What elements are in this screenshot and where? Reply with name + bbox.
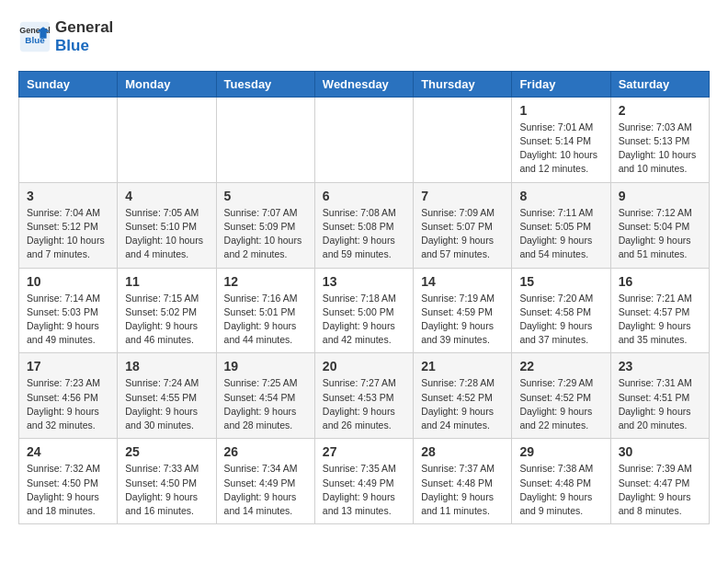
calendar-cell: 21Sunrise: 7:28 AM Sunset: 4:52 PM Dayli… <box>414 353 512 439</box>
day-info: Sunrise: 7:33 AM Sunset: 4:50 PM Dayligh… <box>125 462 208 518</box>
calendar-cell: 6Sunrise: 7:08 AM Sunset: 5:08 PM Daylig… <box>314 182 413 268</box>
calendar-cell: 5Sunrise: 7:07 AM Sunset: 5:09 PM Daylig… <box>216 182 314 268</box>
calendar-cell: 11Sunrise: 7:15 AM Sunset: 5:02 PM Dayli… <box>118 268 216 353</box>
logo-blue: Blue <box>55 37 113 55</box>
calendar-cell: 4Sunrise: 7:05 AM Sunset: 5:10 PM Daylig… <box>118 182 216 268</box>
calendar-cell: 10Sunrise: 7:14 AM Sunset: 5:03 PM Dayli… <box>19 268 118 353</box>
day-info: Sunrise: 7:16 AM Sunset: 5:01 PM Dayligh… <box>224 292 307 348</box>
day-number: 10 <box>27 274 109 289</box>
day-number: 9 <box>619 189 701 203</box>
day-info: Sunrise: 7:23 AM Sunset: 4:56 PM Dayligh… <box>27 376 109 432</box>
day-number: 8 <box>519 189 602 203</box>
day-info: Sunrise: 7:07 AM Sunset: 5:09 PM Dayligh… <box>224 206 307 262</box>
day-info: Sunrise: 7:39 AM Sunset: 4:47 PM Dayligh… <box>619 462 701 518</box>
calendar-cell: 13Sunrise: 7:18 AM Sunset: 5:00 PM Dayli… <box>314 268 413 353</box>
day-number: 29 <box>519 444 602 459</box>
day-number: 24 <box>27 444 109 459</box>
day-number: 30 <box>619 444 701 459</box>
day-info: Sunrise: 7:31 AM Sunset: 4:51 PM Dayligh… <box>619 376 701 432</box>
day-info: Sunrise: 7:18 AM Sunset: 5:00 PM Dayligh… <box>323 292 405 348</box>
day-number: 26 <box>224 444 307 459</box>
day-info: Sunrise: 7:04 AM Sunset: 5:12 PM Dayligh… <box>27 206 109 262</box>
day-number: 14 <box>421 274 504 289</box>
calendar-cell: 16Sunrise: 7:21 AM Sunset: 4:57 PM Dayli… <box>610 268 709 353</box>
calendar-week-5: 24Sunrise: 7:32 AM Sunset: 4:50 PM Dayli… <box>19 439 710 524</box>
calendar-cell: 19Sunrise: 7:25 AM Sunset: 4:54 PM Dayli… <box>216 353 314 439</box>
calendar-cell: 29Sunrise: 7:38 AM Sunset: 4:48 PM Dayli… <box>512 439 610 524</box>
day-number: 15 <box>519 274 602 289</box>
weekday-wednesday: Wednesday <box>314 71 413 97</box>
calendar-cell: 8Sunrise: 7:11 AM Sunset: 5:05 PM Daylig… <box>512 182 610 268</box>
day-number: 22 <box>519 359 602 373</box>
calendar-week-1: 1Sunrise: 7:01 AM Sunset: 5:14 PM Daylig… <box>19 97 710 182</box>
page-header: General Blue General Blue <box>18 18 710 56</box>
day-number: 20 <box>323 359 405 373</box>
weekday-thursday: Thursday <box>414 71 512 97</box>
calendar-cell: 25Sunrise: 7:33 AM Sunset: 4:50 PM Dayli… <box>118 439 216 524</box>
calendar-cell: 14Sunrise: 7:19 AM Sunset: 4:59 PM Dayli… <box>414 268 512 353</box>
calendar-cell: 7Sunrise: 7:09 AM Sunset: 5:07 PM Daylig… <box>414 182 512 268</box>
calendar-cell: 12Sunrise: 7:16 AM Sunset: 5:01 PM Dayli… <box>216 268 314 353</box>
day-info: Sunrise: 7:37 AM Sunset: 4:48 PM Dayligh… <box>421 462 504 518</box>
weekday-header-row: SundayMondayTuesdayWednesdayThursdayFrid… <box>19 71 710 97</box>
calendar-cell <box>216 97 314 182</box>
calendar-header: SundayMondayTuesdayWednesdayThursdayFrid… <box>19 71 710 97</box>
day-number: 19 <box>224 359 307 373</box>
calendar-table: SundayMondayTuesdayWednesdayThursdayFrid… <box>18 71 710 524</box>
day-number: 16 <box>619 274 701 289</box>
day-info: Sunrise: 7:09 AM Sunset: 5:07 PM Dayligh… <box>421 206 504 262</box>
day-number: 18 <box>125 359 208 373</box>
day-info: Sunrise: 7:29 AM Sunset: 4:52 PM Dayligh… <box>519 376 602 432</box>
calendar-cell: 22Sunrise: 7:29 AM Sunset: 4:52 PM Dayli… <box>512 353 610 439</box>
day-number: 13 <box>323 274 405 289</box>
calendar-cell <box>19 97 118 182</box>
calendar-cell <box>314 97 413 182</box>
day-number: 2 <box>619 103 701 118</box>
day-info: Sunrise: 7:35 AM Sunset: 4:49 PM Dayligh… <box>323 462 405 518</box>
day-info: Sunrise: 7:25 AM Sunset: 4:54 PM Dayligh… <box>224 376 307 432</box>
day-info: Sunrise: 7:27 AM Sunset: 4:53 PM Dayligh… <box>323 376 405 432</box>
calendar-week-4: 17Sunrise: 7:23 AM Sunset: 4:56 PM Dayli… <box>19 353 710 439</box>
day-info: Sunrise: 7:01 AM Sunset: 5:14 PM Dayligh… <box>519 121 602 177</box>
day-number: 25 <box>125 444 208 459</box>
day-info: Sunrise: 7:34 AM Sunset: 4:49 PM Dayligh… <box>224 462 307 518</box>
calendar-cell: 24Sunrise: 7:32 AM Sunset: 4:50 PM Dayli… <box>19 439 118 524</box>
calendar-cell: 30Sunrise: 7:39 AM Sunset: 4:47 PM Dayli… <box>610 439 709 524</box>
calendar-cell: 15Sunrise: 7:20 AM Sunset: 4:58 PM Dayli… <box>512 268 610 353</box>
calendar-cell: 23Sunrise: 7:31 AM Sunset: 4:51 PM Dayli… <box>610 353 709 439</box>
day-number: 6 <box>323 189 405 203</box>
day-number: 3 <box>27 189 109 203</box>
logo-general: General <box>55 18 113 37</box>
day-info: Sunrise: 7:28 AM Sunset: 4:52 PM Dayligh… <box>421 376 504 432</box>
day-number: 21 <box>421 359 504 373</box>
day-number: 23 <box>619 359 701 373</box>
day-info: Sunrise: 7:38 AM Sunset: 4:48 PM Dayligh… <box>519 462 602 518</box>
weekday-tuesday: Tuesday <box>216 71 314 97</box>
calendar-body: 1Sunrise: 7:01 AM Sunset: 5:14 PM Daylig… <box>19 97 710 523</box>
day-info: Sunrise: 7:32 AM Sunset: 4:50 PM Dayligh… <box>27 462 109 518</box>
calendar-cell: 26Sunrise: 7:34 AM Sunset: 4:49 PM Dayli… <box>216 439 314 524</box>
logo-icon: General Blue <box>18 20 51 53</box>
day-number: 11 <box>125 274 208 289</box>
logo: General Blue General Blue <box>18 18 113 56</box>
calendar-cell <box>414 97 512 182</box>
day-info: Sunrise: 7:14 AM Sunset: 5:03 PM Dayligh… <box>27 292 109 348</box>
day-number: 5 <box>224 189 307 203</box>
day-info: Sunrise: 7:05 AM Sunset: 5:10 PM Dayligh… <box>125 206 208 262</box>
day-number: 12 <box>224 274 307 289</box>
calendar-cell: 9Sunrise: 7:12 AM Sunset: 5:04 PM Daylig… <box>610 182 709 268</box>
day-number: 4 <box>125 189 208 203</box>
calendar-cell: 27Sunrise: 7:35 AM Sunset: 4:49 PM Dayli… <box>314 439 413 524</box>
day-number: 1 <box>519 103 602 118</box>
day-info: Sunrise: 7:20 AM Sunset: 4:58 PM Dayligh… <box>519 292 602 348</box>
calendar-cell: 28Sunrise: 7:37 AM Sunset: 4:48 PM Dayli… <box>414 439 512 524</box>
calendar-week-2: 3Sunrise: 7:04 AM Sunset: 5:12 PM Daylig… <box>19 182 710 268</box>
calendar-cell: 18Sunrise: 7:24 AM Sunset: 4:55 PM Dayli… <box>118 353 216 439</box>
calendar-week-3: 10Sunrise: 7:14 AM Sunset: 5:03 PM Dayli… <box>19 268 710 353</box>
day-info: Sunrise: 7:12 AM Sunset: 5:04 PM Dayligh… <box>619 206 701 262</box>
day-info: Sunrise: 7:15 AM Sunset: 5:02 PM Dayligh… <box>125 292 208 348</box>
calendar-cell <box>118 97 216 182</box>
day-info: Sunrise: 7:11 AM Sunset: 5:05 PM Dayligh… <box>519 206 602 262</box>
calendar-cell: 20Sunrise: 7:27 AM Sunset: 4:53 PM Dayli… <box>314 353 413 439</box>
day-info: Sunrise: 7:21 AM Sunset: 4:57 PM Dayligh… <box>619 292 701 348</box>
